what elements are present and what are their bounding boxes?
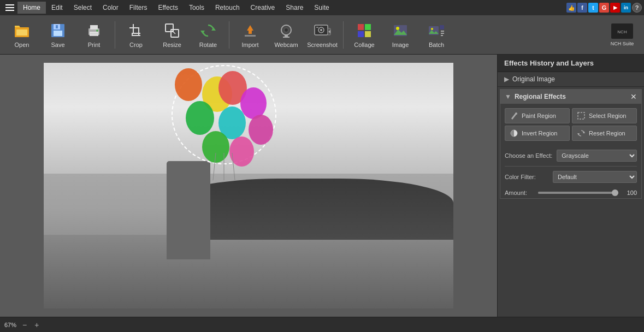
svg-rect-1 (5, 7, 14, 8)
help-icon[interactable]: ? (632, 3, 642, 13)
svg-rect-28 (245, 35, 256, 37)
svg-rect-42 (358, 31, 364, 37)
crop-button[interactable]: Crop (119, 17, 153, 52)
menu-bar: Home Edit Select Color Filters Effects T… (0, 0, 644, 15)
svg-rect-19 (138, 27, 139, 35)
twitter-icon[interactable]: t (588, 3, 598, 13)
color-filter-label: Color Filter: (505, 174, 548, 180)
canvas-area[interactable] (0, 55, 497, 317)
print-button[interactable]: Print (76, 17, 111, 52)
effect-controls: Choose an Effect: Grayscale Sepia Blur S… (500, 145, 641, 166)
svg-rect-51 (441, 31, 444, 32)
paint-region-button[interactable]: Paint Region (505, 108, 570, 123)
original-image-arrow: ▶ (504, 75, 509, 83)
amount-slider[interactable] (538, 192, 618, 194)
social-icons-area: 👍 f t G ▶ in ? (566, 3, 642, 13)
svg-rect-61 (578, 112, 584, 119)
menu-retouch[interactable]: Retouch (210, 2, 245, 14)
slider-thumb[interactable] (612, 189, 618, 196)
svg-rect-18 (129, 27, 139, 28)
status-bar: 67% − + (0, 317, 644, 332)
menu-edit[interactable]: Edit (46, 2, 68, 14)
batch-button[interactable]: Batch (419, 17, 454, 52)
menu-tools[interactable]: Tools (184, 2, 210, 14)
nch-suite-button[interactable]: NCH NCH Suite (605, 17, 640, 52)
svg-text:NCH: NCH (617, 29, 627, 34)
svg-point-36 (320, 29, 322, 31)
zoom-level: 67% (4, 322, 16, 328)
color-filter-row: Color Filter: Default Red Green Blue (505, 171, 637, 183)
toolbar-separator-2 (229, 21, 229, 49)
paint-region-icon (510, 111, 518, 120)
svg-rect-11 (90, 25, 98, 29)
region-buttons-grid: Paint Region Select Region (500, 104, 641, 145)
select-region-button[interactable]: Select Region (572, 108, 637, 123)
image-button[interactable]: Image (383, 17, 418, 52)
toolbar-separator-3 (343, 21, 344, 49)
canvas-image (44, 63, 453, 309)
svg-rect-37 (316, 27, 318, 28)
menu-color[interactable]: Color (97, 2, 124, 14)
svg-rect-43 (365, 31, 371, 37)
svg-point-15 (96, 29, 98, 32)
svg-rect-27 (249, 31, 252, 34)
menu-effects[interactable]: Effects (152, 2, 183, 14)
save-button[interactable]: Save (40, 17, 75, 52)
choose-effect-select[interactable]: Grayscale Sepia Blur Sharpen (557, 150, 637, 162)
screenshot-button[interactable]: Screenshot (305, 17, 340, 52)
thumbs-up-icon[interactable]: 👍 (566, 3, 576, 13)
hamburger-menu[interactable] (2, 0, 17, 15)
svg-marker-4 (15, 26, 20, 27)
svg-rect-13 (90, 33, 98, 34)
zoom-in-button[interactable]: + (33, 321, 40, 329)
svg-rect-14 (90, 35, 98, 35)
svg-rect-9 (56, 25, 58, 28)
open-button[interactable]: Open (4, 17, 39, 52)
reset-region-button[interactable]: Reset Region (572, 126, 637, 141)
svg-rect-21 (166, 24, 173, 32)
menu-select[interactable]: Select (68, 2, 97, 14)
svg-rect-0 (5, 4, 14, 5)
amount-row: Amount: 100 (500, 187, 641, 198)
google-icon[interactable]: G (599, 3, 609, 13)
regional-effects-close-button[interactable]: ✕ (630, 92, 637, 101)
select-region-icon (577, 111, 586, 120)
menu-creative[interactable]: Creative (245, 2, 281, 14)
menu-filters[interactable]: Filters (124, 2, 153, 14)
svg-rect-8 (54, 31, 62, 36)
svg-point-48 (431, 28, 433, 30)
svg-rect-53 (441, 35, 443, 36)
color-filter-select[interactable]: Default Red Green Blue (553, 171, 637, 183)
linkedin-icon[interactable]: in (621, 3, 631, 13)
svg-rect-2 (5, 10, 14, 11)
svg-rect-5 (16, 29, 27, 35)
balloon-cluster (169, 66, 279, 175)
menu-home[interactable]: Home (17, 2, 46, 14)
amount-value: 100 (622, 189, 637, 196)
svg-rect-41 (365, 24, 371, 30)
collage-button[interactable]: Collage (347, 17, 382, 52)
regional-effects-label: Regional Effects (515, 93, 566, 100)
resize-button[interactable]: Resize (155, 17, 190, 52)
menu-suite[interactable]: Suite (309, 2, 334, 14)
slider-fill (538, 192, 618, 194)
svg-rect-50 (440, 25, 444, 29)
zoom-out-button[interactable]: − (21, 321, 28, 329)
photo-canvas (44, 63, 453, 309)
main-area: Effects History and Layers ▶ Original Im… (0, 55, 644, 317)
svg-rect-16 (133, 24, 134, 34)
svg-line-59 (232, 153, 235, 180)
youtube-icon[interactable]: ▶ (610, 3, 620, 13)
menu-share[interactable]: Share (280, 2, 309, 14)
rotate-button[interactable]: Rotate (191, 17, 226, 52)
svg-marker-26 (247, 25, 253, 31)
svg-point-31 (285, 28, 288, 32)
facebook-icon[interactable]: f (577, 3, 587, 13)
webcam-button[interactable]: Webcam (269, 17, 304, 52)
invert-region-button[interactable]: Invert Region (505, 126, 570, 141)
import-button[interactable]: Import (233, 17, 268, 52)
invert-region-icon (510, 129, 518, 138)
original-image-row[interactable]: ▶ Original Image (498, 72, 644, 87)
svg-line-57 (213, 153, 216, 180)
regional-effects-header[interactable]: ▼ Regional Effects ✕ (500, 90, 641, 104)
